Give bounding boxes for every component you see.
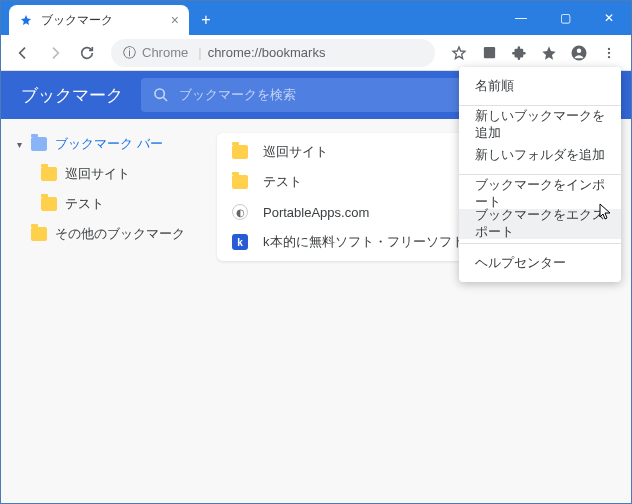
menu-separator	[459, 105, 621, 106]
close-tab-icon[interactable]: ×	[171, 12, 179, 28]
organize-menu: 名前順 新しいブックマークを追加 新しいフォルダを追加 ブックマークをインポート…	[459, 67, 621, 282]
address-host: Chrome	[142, 45, 188, 60]
folder-icon	[31, 227, 47, 241]
portableapps-icon: ◐	[231, 203, 249, 221]
folder-icon	[41, 167, 57, 181]
menu-sort-by-name[interactable]: 名前順	[459, 71, 621, 101]
window-titlebar: ブックマーク × + — ▢ ✕	[1, 1, 631, 35]
search-icon	[153, 87, 169, 103]
tab-title: ブックマーク	[41, 12, 113, 29]
svg-point-4	[608, 51, 610, 53]
minimize-button[interactable]: —	[499, 1, 543, 35]
menu-separator	[459, 174, 621, 175]
folder-icon	[41, 197, 57, 211]
list-item-label: テスト	[263, 173, 302, 191]
caret-down-icon[interactable]: ▾	[17, 139, 27, 150]
menu-import-bookmarks[interactable]: ブックマークをインポート	[459, 179, 621, 209]
k-favicon: k	[231, 233, 249, 251]
address-bar[interactable]: ⓘ Chrome | chrome://bookmarks	[111, 39, 435, 67]
sidebar-label: その他のブックマーク	[55, 225, 185, 243]
sidebar-item-child-0[interactable]: 巡回サイト	[1, 159, 201, 189]
forward-button[interactable]	[41, 39, 69, 67]
menu-separator	[459, 243, 621, 244]
folder-icon	[231, 173, 249, 191]
window-controls: — ▢ ✕	[499, 1, 631, 35]
svg-point-2	[577, 48, 582, 53]
page-title: ブックマーク	[21, 84, 123, 107]
list-item-label: PortableApps.com	[263, 205, 369, 220]
sidebar-label: ブックマーク バー	[55, 135, 163, 153]
menu-export-bookmarks[interactable]: ブックマークをエクスポート	[459, 209, 621, 239]
sidebar-item-bookmarks-bar[interactable]: ▾ ブックマーク バー	[1, 129, 201, 159]
extension-icon-2[interactable]	[535, 39, 563, 67]
menu-help-center[interactable]: ヘルプセンター	[459, 248, 621, 278]
list-item-label: k本的に無料ソフト・フリーソフト	[263, 233, 465, 251]
svg-rect-0	[483, 47, 494, 58]
folder-icon	[231, 143, 249, 161]
maximize-button[interactable]: ▢	[543, 1, 587, 35]
extension-icon-1[interactable]	[475, 39, 503, 67]
address-path: chrome://bookmarks	[208, 45, 326, 60]
sidebar: ▾ ブックマーク バー 巡回サイト テスト その他のブックマーク	[1, 119, 201, 503]
svg-point-6	[155, 89, 164, 98]
site-info-icon[interactable]: ⓘ	[123, 44, 136, 62]
menu-add-bookmark[interactable]: 新しいブックマークを追加	[459, 110, 621, 140]
menu-add-folder[interactable]: 新しいフォルダを追加	[459, 140, 621, 170]
svg-point-3	[608, 47, 610, 49]
reload-button[interactable]	[73, 39, 101, 67]
address-separator: |	[198, 45, 201, 60]
sidebar-label: テスト	[65, 195, 104, 213]
list-item-label: 巡回サイト	[263, 143, 328, 161]
folder-icon	[31, 137, 47, 151]
svg-point-5	[608, 55, 610, 57]
new-tab-button[interactable]: +	[193, 7, 219, 33]
kebab-menu-icon[interactable]	[595, 39, 623, 67]
close-window-button[interactable]: ✕	[587, 1, 631, 35]
search-placeholder: ブックマークを検索	[179, 86, 296, 104]
sidebar-label: 巡回サイト	[65, 165, 130, 183]
sidebar-item-other-bookmarks[interactable]: その他のブックマーク	[1, 219, 201, 249]
star-icon	[19, 13, 33, 27]
sidebar-item-child-1[interactable]: テスト	[1, 189, 201, 219]
browser-toolbar: ⓘ Chrome | chrome://bookmarks	[1, 35, 631, 71]
back-button[interactable]	[9, 39, 37, 67]
profile-icon[interactable]	[565, 39, 593, 67]
bookmark-star-icon[interactable]	[445, 39, 473, 67]
browser-tab[interactable]: ブックマーク ×	[9, 5, 189, 35]
extensions-icon[interactable]	[505, 39, 533, 67]
